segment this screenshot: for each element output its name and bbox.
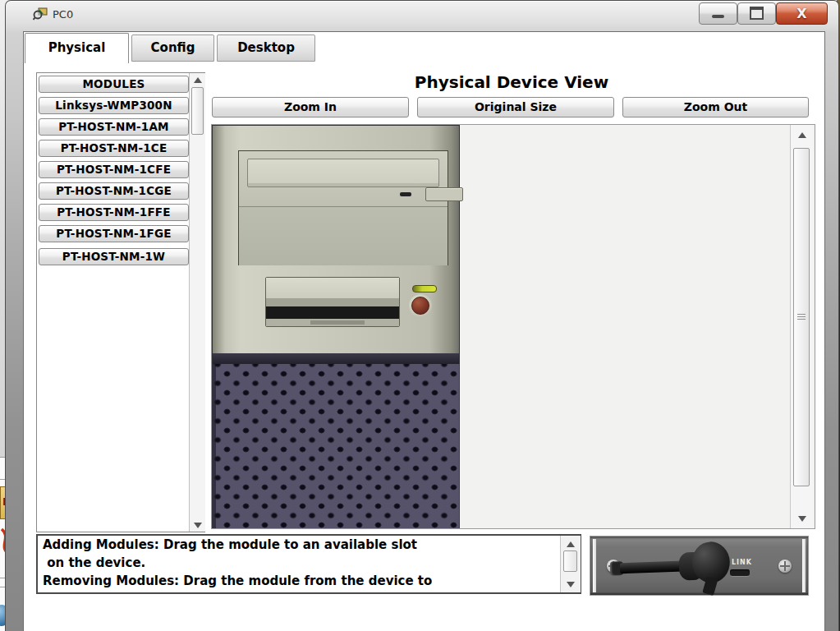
link-led xyxy=(730,569,750,576)
window-title: PC0 xyxy=(53,8,73,21)
scroll-up-icon[interactable] xyxy=(561,537,581,550)
module-item-button[interactable]: PT-HOST-NM-1AM xyxy=(39,118,189,136)
cd-activity-led xyxy=(400,192,411,196)
link-led-label: LINK xyxy=(732,559,752,566)
scroll-down-icon[interactable] xyxy=(561,578,581,591)
module-item-button[interactable]: PT-HOST-NM-1FGE xyxy=(39,225,189,242)
physical-device-view-title: Physical Device View xyxy=(212,72,811,92)
antenna-icon xyxy=(606,539,739,596)
restore-button[interactable] xyxy=(737,2,776,25)
cd-eject-button xyxy=(425,187,463,201)
floppy-eject-button xyxy=(310,320,365,325)
instructions-panel: Adding Modules: Drag the module to an av… xyxy=(36,534,581,594)
instructions-scrollbar[interactable] xyxy=(560,536,581,592)
instruction-line: Adding Modules: Drag the module to an av… xyxy=(38,536,580,554)
module-item-button[interactable]: Linksys-WMP300N xyxy=(39,97,189,114)
pc-tower-image[interactable] xyxy=(212,125,460,528)
power-button[interactable] xyxy=(411,297,429,315)
floppy-face xyxy=(266,278,399,298)
tab-config[interactable]: Config xyxy=(131,35,214,62)
plate-edge xyxy=(802,539,806,592)
drive-bay xyxy=(238,150,448,265)
module-item-button[interactable]: PT-HOST-NM-1W xyxy=(39,248,189,265)
perforated-panel xyxy=(212,364,460,528)
power-led xyxy=(412,285,437,292)
scrollbar-thumb[interactable] xyxy=(793,148,810,486)
module-item-button[interactable]: PT-HOST-NM-1CGE xyxy=(39,182,189,200)
scroll-down-icon[interactable] xyxy=(791,512,813,525)
tab-desktop[interactable]: Desktop xyxy=(217,35,315,62)
plate-edge xyxy=(593,539,596,592)
screen: Po PC0 X Physical Config Desktop MODULES… xyxy=(0,0,840,631)
tab-physical[interactable]: Physical xyxy=(25,33,129,63)
scrollbar-thumb[interactable] xyxy=(191,87,204,135)
thumb-grip xyxy=(797,314,806,320)
zoom-in-button[interactable]: Zoom In xyxy=(212,97,409,117)
original-size-button[interactable]: Original Size xyxy=(417,97,614,117)
floppy-bottom xyxy=(266,319,399,326)
close-icon: X xyxy=(796,6,806,21)
minimize-icon xyxy=(712,15,724,18)
modules-panel: MODULES Linksys-WMP300NPT-HOST-NM-1AMPT-… xyxy=(36,72,205,532)
floppy-drive xyxy=(265,277,400,327)
module-preview-image[interactable]: LINK xyxy=(590,536,809,596)
scroll-up-icon[interactable] xyxy=(190,73,205,86)
blank-bay-panel xyxy=(239,207,448,265)
modules-scrollbar[interactable] xyxy=(189,73,205,532)
floppy-slot xyxy=(266,306,399,319)
module-item-button[interactable]: PT-HOST-NM-1CE xyxy=(39,140,189,157)
cd-tray xyxy=(247,159,439,187)
scrollbar-thumb[interactable] xyxy=(563,550,577,572)
scroll-up-icon[interactable] xyxy=(791,128,813,141)
floppy-strip xyxy=(266,298,399,306)
module-item-button[interactable]: PT-HOST-NM-1CFE xyxy=(39,161,189,178)
scroll-down-icon[interactable] xyxy=(190,518,205,532)
instruction-line: on the device. xyxy=(38,554,580,572)
modules-header[interactable]: MODULES xyxy=(39,76,189,93)
case-band xyxy=(212,353,460,364)
instruction-line: Removing Modules: Drag the module from t… xyxy=(38,572,580,590)
restore-icon xyxy=(750,7,764,20)
module-item-button[interactable]: PT-HOST-NM-1FFE xyxy=(39,204,189,221)
close-button[interactable]: X xyxy=(776,2,828,25)
screw-icon xyxy=(778,560,792,573)
device-view-scrollbar[interactable] xyxy=(790,125,813,528)
minimize-button[interactable] xyxy=(699,2,737,25)
device-magnifier-icon xyxy=(33,7,48,21)
zoom-out-button[interactable]: Zoom Out xyxy=(622,97,809,117)
instructions-text: Adding Modules: Drag the module to an av… xyxy=(38,536,580,590)
